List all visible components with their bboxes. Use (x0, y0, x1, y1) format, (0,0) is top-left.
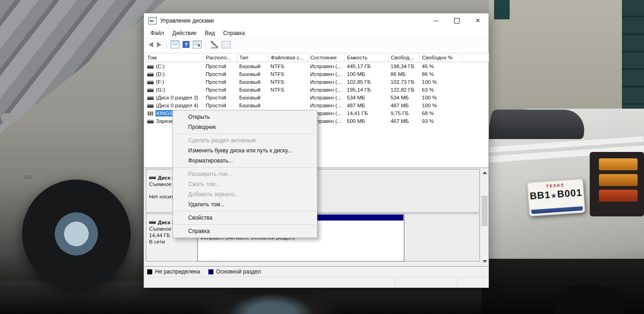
column-header-capacity[interactable]: Емкость (345, 53, 388, 62)
car-rear-window (486, 110, 589, 139)
context-menu-delete[interactable]: Удалить том... (173, 199, 317, 209)
disk-status: В сети (149, 239, 195, 244)
license-plate: TEXAS BB1★B001 (527, 179, 586, 216)
volume-row-f[interactable]: (F:) Простой Базовый NTFS Исправен (... … (145, 78, 489, 86)
back-arrow-icon[interactable] (149, 42, 153, 47)
texas-star-icon: ★ (550, 192, 558, 199)
car-front-wheel (22, 180, 131, 288)
context-menu-explorer[interactable]: Проводник (173, 122, 317, 132)
toolbar-separator (166, 41, 167, 48)
vertical-scrollbar[interactable] (480, 168, 489, 266)
status-bar-separator (457, 279, 458, 286)
close-icon: × (476, 17, 480, 24)
menu-separator (174, 211, 316, 211)
volume-icon (147, 81, 154, 84)
scroll-down-icon[interactable] (483, 260, 487, 263)
column-header-type[interactable]: Тип (237, 53, 268, 62)
fields-list-icon[interactable] (222, 41, 230, 48)
volume-context-menu: Открыть Проводник Сделать раздел активны… (172, 110, 317, 238)
menu-view[interactable]: Вид (201, 29, 219, 38)
car-mirror (1, 113, 17, 122)
context-menu-format[interactable]: Форматировать... (173, 156, 317, 166)
volume-icon (147, 96, 154, 100)
status-bar-separator (395, 279, 396, 286)
context-menu-help[interactable]: Справка (173, 226, 317, 236)
car-front-left: 432 (0, 77, 146, 314)
help-icon[interactable]: ? (183, 41, 190, 48)
menu-file[interactable]: Файл (146, 29, 168, 38)
legend-unallocated: Не распределена (147, 268, 200, 275)
column-header-status[interactable]: Состояние (308, 53, 345, 62)
volume-icon (147, 65, 154, 69)
status-bar (144, 277, 489, 288)
scrollbar-thumb[interactable] (482, 196, 488, 226)
background-small-door (494, 0, 510, 19)
menu-separator (174, 224, 316, 225)
context-menu-open[interactable]: Открыть (173, 112, 317, 122)
window-title: Управление дисками (160, 17, 214, 24)
menu-bar: Файл Действие Вид Справка (144, 28, 489, 38)
header-row: Том Располо... Тип Файловая с... Состоян… (145, 53, 489, 62)
license-plate-skyline (531, 206, 583, 214)
context-menu-properties[interactable]: Свойства (173, 213, 317, 223)
minimize-icon (433, 21, 438, 21)
maximize-icon (454, 18, 460, 23)
volume-row-disk0-part4[interactable]: (Диск 0 раздел 4) Простой Базовый Исправ… (145, 101, 489, 109)
volume-icon (147, 88, 154, 92)
column-header-free[interactable]: Свобод... (388, 53, 420, 62)
forward-arrow-icon[interactable] (157, 42, 161, 47)
console-tree-icon[interactable] (171, 41, 179, 48)
column-header-layout[interactable]: Располо... (203, 53, 237, 62)
properties-tool-icon[interactable] (211, 41, 218, 48)
minimize-button[interactable] (425, 13, 446, 28)
menu-help[interactable]: Справка (219, 29, 249, 38)
disk-icon (149, 176, 156, 179)
unallocated-color-swatch (147, 269, 152, 274)
legend-primary-partition: Основной раздел (208, 268, 261, 275)
context-menu-add-mirror: Добавить зеркало... (173, 189, 317, 199)
context-menu-change-letter[interactable]: Изменить букву диска или путь к диску... (173, 145, 317, 156)
title-bar[interactable]: Управление дисками × (144, 13, 489, 28)
volume-icon (147, 73, 154, 76)
primary-partition-color-swatch (208, 269, 213, 274)
maximize-button[interactable] (446, 13, 467, 28)
removable-volume-icon (147, 111, 154, 116)
legend-bar: Не распределена Основной раздел (144, 266, 489, 277)
volume-icon (147, 104, 154, 108)
column-header-filesystem[interactable]: Файловая с... (268, 53, 308, 62)
disk-icon (149, 221, 156, 224)
menu-separator (174, 134, 316, 134)
car-fender-badge: 432 (24, 175, 33, 180)
context-menu-shrink: Сжать том... (173, 179, 317, 189)
column-header-free-pct[interactable]: Свободно % (420, 53, 462, 62)
disk-management-app-icon (148, 17, 157, 24)
context-menu-extend: Расширить том... (173, 169, 317, 179)
close-button[interactable]: × (467, 13, 489, 28)
volume-row-c[interactable]: (C:) Простой Базовый NTFS Исправен (... … (145, 62, 489, 70)
scroll-up-icon[interactable] (483, 171, 487, 174)
volume-row-d[interactable]: (D:) Простой Базовый NTFS Исправен (... … (145, 70, 489, 78)
car-taillight (599, 158, 638, 170)
car-taillight (599, 174, 638, 186)
column-header-empty[interactable] (462, 53, 489, 62)
menu-action[interactable]: Действие (168, 29, 201, 38)
window-controls: × (425, 13, 489, 28)
car-taillight (599, 190, 638, 202)
volume-icon (147, 120, 154, 123)
toolbar-separator (206, 41, 206, 48)
toolbar: ? (144, 38, 489, 51)
car-rear-wheel (555, 285, 624, 314)
plate-left: BB1 (529, 189, 551, 201)
menu-separator (174, 167, 316, 168)
column-header-volume[interactable]: Том (145, 53, 203, 62)
context-menu-mark-active: Сделать раздел активным (173, 135, 317, 145)
volume-row-g[interactable]: (G:) Простой Базовый NTFS Исправен (... … (145, 86, 489, 93)
plate-right: B001 (557, 187, 582, 199)
volume-row-disk0-part3[interactable]: (Диск 0 раздел 3) Простой Базовый Исправ… (145, 93, 489, 101)
action-pane-icon[interactable] (193, 41, 201, 48)
